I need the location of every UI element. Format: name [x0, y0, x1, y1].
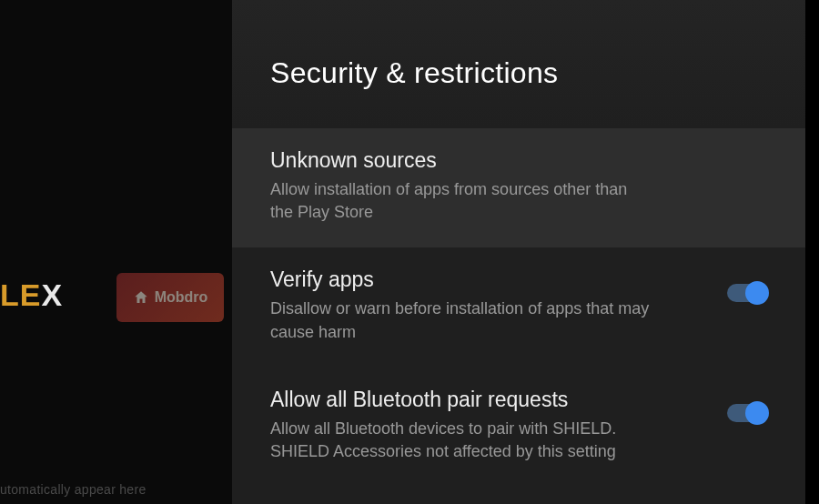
setting-title: Unknown sources	[270, 148, 767, 173]
setting-description: Disallow or warn before installation of …	[270, 297, 652, 343]
setting-unknown-sources[interactable]: Unknown sources Allow installation of ap…	[232, 128, 805, 247]
security-restrictions-panel: Security & restrictions Unknown sources …	[232, 0, 805, 504]
house-icon	[133, 289, 149, 306]
page-title: Security & restrictions	[270, 56, 767, 90]
panel-header: Security & restrictions	[232, 0, 805, 128]
mobdro-label: Mobdro	[155, 289, 208, 306]
toggle-knob	[745, 401, 769, 425]
background-hint-text: utomatically appear here	[0, 482, 147, 497]
setting-verify-apps[interactable]: Verify apps Disallow or warn before inst…	[232, 247, 805, 367]
setting-text: Verify apps Disallow or warn before inst…	[270, 267, 705, 343]
plex-app-tile: LEX	[0, 277, 63, 313]
setting-bluetooth-pair[interactable]: Allow all Bluetooth pair requests Allow …	[232, 368, 805, 487]
plex-label-part1: LE	[0, 277, 41, 312]
plex-label-part2: X	[41, 277, 63, 312]
right-gutter	[805, 0, 819, 504]
mobdro-app-tile: Mobdro	[116, 273, 224, 322]
setting-description: Allow installation of apps from sources …	[270, 178, 652, 224]
setting-title: Verify apps	[270, 267, 705, 292]
verify-apps-toggle[interactable]	[727, 284, 767, 302]
toggle-knob	[745, 281, 769, 305]
setting-description: Allow all Bluetooth devices to pair with…	[270, 418, 652, 463]
setting-text: Allow all Bluetooth pair requests Allow …	[270, 388, 705, 463]
bluetooth-pair-toggle[interactable]	[727, 404, 767, 422]
setting-title: Allow all Bluetooth pair requests	[270, 388, 705, 412]
setting-text: Unknown sources Allow installation of ap…	[270, 148, 767, 224]
